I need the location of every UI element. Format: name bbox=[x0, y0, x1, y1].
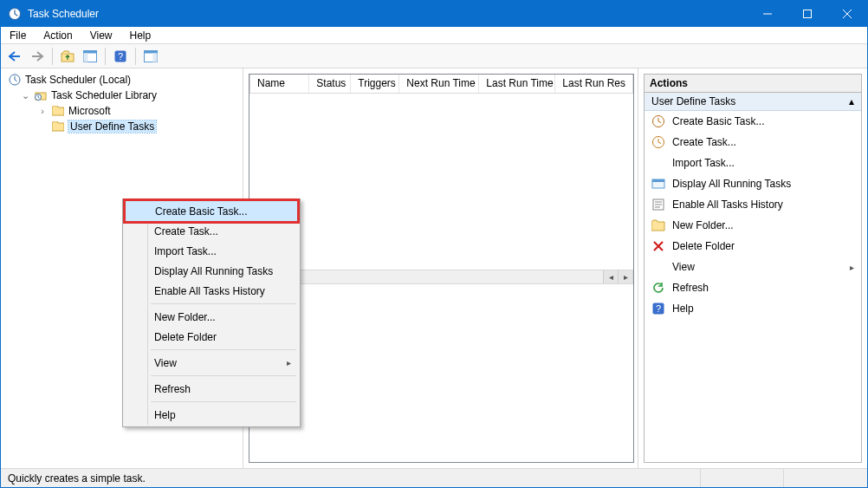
ctx-separator bbox=[151, 375, 296, 376]
library-icon bbox=[34, 88, 48, 102]
show-hide-action-button[interactable] bbox=[140, 47, 161, 66]
submenu-arrow-icon: ▸ bbox=[850, 263, 854, 272]
ctx-separator bbox=[151, 303, 296, 304]
action-create-task[interactable]: Create Task... bbox=[645, 132, 861, 153]
action-import-task[interactable]: Import Task... bbox=[645, 153, 861, 173]
ctx-label: Create Task... bbox=[154, 225, 218, 237]
menu-help[interactable]: Help bbox=[126, 29, 155, 42]
ctx-delete-folder[interactable]: Delete Folder bbox=[125, 327, 298, 347]
show-hide-tree-button[interactable] bbox=[80, 47, 100, 66]
col-last-run[interactable]: Last Run Time bbox=[479, 75, 555, 93]
action-label: New Folder... bbox=[672, 219, 734, 231]
horizontal-scrollbar[interactable]: ◂ ▸ bbox=[249, 270, 633, 284]
tree-microsoft[interactable]: › Microsoft bbox=[4, 103, 239, 119]
ctx-label: View bbox=[154, 357, 177, 369]
ctx-create-task[interactable]: Create Task... bbox=[125, 221, 298, 241]
col-next-run[interactable]: Next Run Time bbox=[399, 75, 479, 93]
ctx-label: Enable All Tasks History bbox=[154, 285, 265, 297]
close-button[interactable] bbox=[827, 1, 867, 27]
tree-library[interactable]: ⌄ Task Scheduler Library bbox=[4, 88, 239, 103]
action-create-basic-task[interactable]: Create Basic Task... bbox=[645, 111, 861, 132]
action-help[interactable]: ? Help bbox=[645, 298, 861, 319]
tree-user-define-label: User Define Tasks bbox=[68, 120, 156, 133]
svg-rect-4 bbox=[84, 50, 97, 53]
action-enable-history[interactable]: Enable All Tasks History bbox=[645, 194, 861, 215]
folder-icon bbox=[51, 104, 65, 118]
task-list-pane: Name Status Triggers Next Run Time Last … bbox=[243, 68, 638, 468]
svg-rect-1 bbox=[804, 10, 812, 18]
action-refresh[interactable]: Refresh bbox=[645, 277, 861, 298]
history-icon bbox=[651, 198, 665, 211]
up-folder-button[interactable] bbox=[57, 47, 78, 66]
scroll-left-button[interactable]: ◂ bbox=[603, 270, 618, 283]
svg-rect-9 bbox=[145, 50, 158, 53]
menu-view[interactable]: View bbox=[87, 29, 116, 42]
tree-root[interactable]: Task Scheduler (Local) bbox=[4, 72, 239, 88]
actions-section-header[interactable]: User Define Tasks ▴ bbox=[645, 93, 861, 111]
action-display-running[interactable]: Display All Running Tasks bbox=[645, 173, 861, 194]
tree-root-label: Task Scheduler (Local) bbox=[25, 74, 131, 86]
expand-icon[interactable]: › bbox=[37, 106, 48, 116]
ctx-label: Delete Folder bbox=[154, 331, 217, 343]
col-last-result[interactable]: Last Run Res bbox=[555, 75, 632, 93]
toolbar-separator bbox=[105, 48, 106, 65]
titlebar-left: Task Scheduler bbox=[1, 7, 99, 21]
ctx-refresh[interactable]: Refresh bbox=[125, 379, 298, 399]
action-label: Enable All Tasks History bbox=[672, 198, 783, 211]
ctx-label: Refresh bbox=[154, 383, 191, 395]
collapse-icon: ▴ bbox=[849, 95, 854, 107]
scheduler-icon bbox=[8, 73, 22, 87]
tree-user-define[interactable]: User Define Tasks bbox=[4, 119, 239, 134]
menu-action[interactable]: Action bbox=[40, 29, 75, 42]
col-name[interactable]: Name bbox=[250, 75, 309, 93]
context-menu: Create Basic Task... Create Task... Impo… bbox=[122, 198, 301, 427]
scroll-right-button[interactable]: ▸ bbox=[618, 270, 632, 283]
action-new-folder[interactable]: New Folder... bbox=[645, 215, 861, 236]
tree-pane: Task Scheduler (Local) ⌄ Task Scheduler … bbox=[1, 68, 243, 468]
ctx-new-folder[interactable]: New Folder... bbox=[125, 307, 298, 327]
ctx-display-running[interactable]: Display All Running Tasks bbox=[125, 261, 298, 281]
menu-file[interactable]: File bbox=[6, 29, 29, 42]
minimize-button[interactable] bbox=[748, 1, 787, 27]
help-icon: ? bbox=[651, 302, 665, 316]
ctx-create-basic-task[interactable]: Create Basic Task... bbox=[125, 200, 298, 222]
ctx-label: New Folder... bbox=[154, 311, 216, 323]
list-header: Name Status Triggers Next Run Time Last … bbox=[249, 75, 633, 94]
col-triggers[interactable]: Triggers bbox=[351, 75, 399, 93]
action-label: Import Task... bbox=[672, 157, 735, 169]
action-label: Display All Running Tasks bbox=[672, 178, 791, 190]
tree-microsoft-label: Microsoft bbox=[68, 105, 111, 117]
ctx-view[interactable]: View▸ bbox=[125, 353, 298, 373]
app-icon bbox=[8, 7, 22, 21]
task-icon bbox=[651, 135, 665, 149]
maximize-button[interactable] bbox=[787, 1, 827, 27]
window: Task Scheduler File Action View Help ? bbox=[0, 0, 868, 488]
action-label: Create Basic Task... bbox=[672, 115, 765, 127]
ctx-separator bbox=[151, 401, 296, 402]
actions-heading: Actions bbox=[644, 74, 862, 93]
submenu-arrow-icon: ▸ bbox=[287, 358, 291, 368]
col-status[interactable]: Status bbox=[309, 75, 351, 93]
svg-text:?: ? bbox=[118, 51, 123, 62]
help-button[interactable]: ? bbox=[110, 47, 131, 66]
running-tasks-icon bbox=[651, 177, 665, 191]
wizard-icon bbox=[651, 114, 665, 128]
expand-icon[interactable]: ⌄ bbox=[20, 90, 30, 101]
svg-rect-17 bbox=[652, 179, 664, 182]
new-folder-icon bbox=[651, 218, 665, 232]
statusbar: Quickly creates a simple task. bbox=[1, 468, 867, 487]
actions-section-label: User Define Tasks bbox=[651, 95, 735, 107]
ctx-help[interactable]: Help bbox=[125, 405, 298, 425]
main-area: Task Scheduler (Local) ⌄ Task Scheduler … bbox=[1, 68, 867, 468]
nav-forward-button[interactable] bbox=[27, 47, 48, 66]
action-label: Refresh bbox=[672, 282, 709, 294]
ctx-import-task[interactable]: Import Task... bbox=[125, 241, 298, 261]
ctx-enable-history[interactable]: Enable All Tasks History bbox=[125, 281, 298, 301]
status-slot-2 bbox=[784, 469, 867, 487]
action-label: View bbox=[672, 261, 695, 273]
action-delete-folder[interactable]: Delete Folder bbox=[645, 236, 861, 257]
action-view[interactable]: View ▸ bbox=[645, 257, 861, 277]
ctx-label: Display All Running Tasks bbox=[154, 265, 273, 277]
nav-back-button[interactable] bbox=[4, 47, 25, 66]
action-label: Help bbox=[672, 303, 694, 315]
